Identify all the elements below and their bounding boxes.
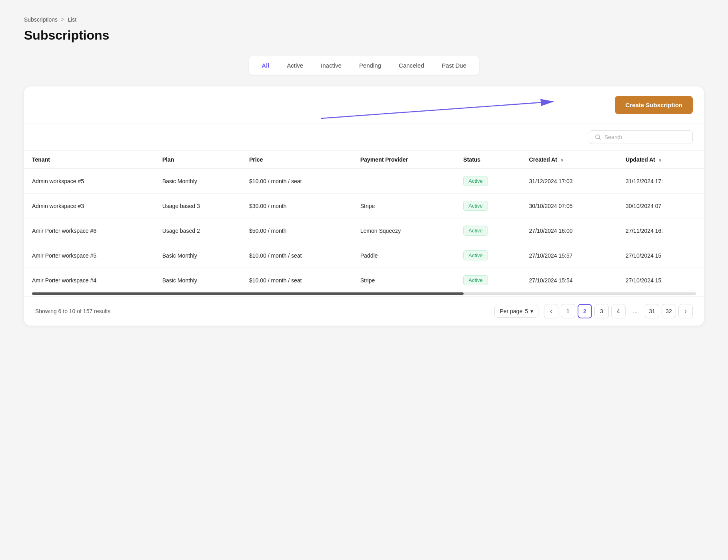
cell-payment-provider: Lemon Squeezy [352, 218, 456, 243]
cell-plan: Usage based 3 [154, 194, 241, 218]
status-badge: Active [463, 201, 488, 211]
cell-payment-provider [352, 169, 456, 194]
cell-plan: Basic Monthly [154, 169, 241, 194]
breadcrumb-separator: > [61, 16, 64, 23]
svg-line-1 [321, 102, 553, 118]
breadcrumb-current: List [68, 16, 76, 23]
cell-created-at: 27/10/2024 15:54 [521, 268, 618, 293]
cell-tenant: Amir Porter workspace #4 [24, 268, 154, 293]
pagination: Per page 5 ▾ ‹ 1 2 3 4 ... 31 32 › [494, 304, 693, 318]
cell-tenant: Amir Porter workspace #6 [24, 218, 154, 243]
arrow-annotation [24, 86, 704, 126]
search-row [24, 124, 704, 151]
table-row[interactable]: Amir Porter workspace #6 Usage based 2 $… [24, 218, 704, 243]
scrollbar-thumb [32, 292, 464, 295]
subscriptions-table: Tenant Plan Price Payment Provider Statu… [24, 151, 704, 292]
table-header-row: Tenant Plan Price Payment Provider Statu… [24, 151, 704, 169]
pagination-page-32[interactable]: 32 [662, 304, 676, 318]
col-header-created-at[interactable]: Created At ∨ [521, 151, 618, 169]
pagination-prev-button[interactable]: ‹ [544, 304, 558, 318]
pagination-page-3[interactable]: 3 [594, 304, 609, 318]
col-header-payment-provider: Payment Provider [352, 151, 456, 169]
per-page-label: Per page [500, 308, 522, 314]
breadcrumb-parent[interactable]: Subscriptions [24, 16, 58, 23]
cell-plan: Usage based 2 [154, 218, 241, 243]
per-page-chevron-icon: ▾ [530, 308, 533, 314]
col-header-tenant: Tenant [24, 151, 154, 169]
card-toolbar: Create Subscription [24, 86, 704, 124]
pagination-page-4[interactable]: 4 [611, 304, 626, 318]
tab-active[interactable]: Active [279, 59, 311, 72]
search-box [589, 130, 693, 144]
cell-tenant: Admin workspace #5 [24, 169, 154, 194]
create-subscription-button[interactable]: Create Subscription [615, 96, 693, 114]
table-row[interactable]: Admin workspace #3 Usage based 3 $30.00 … [24, 194, 704, 218]
per-page-select[interactable]: Per page 5 ▾ [494, 305, 538, 318]
tab-pending[interactable]: Pending [351, 59, 389, 72]
cell-status: Active [455, 218, 521, 243]
status-badge: Active [463, 176, 488, 186]
table-row[interactable]: Amir Porter workspace #5 Basic Monthly $… [24, 243, 704, 268]
breadcrumb: Subscriptions > List [24, 16, 704, 23]
pagination-ellipsis: ... [628, 304, 642, 318]
cell-plan: Basic Monthly [154, 268, 241, 293]
cell-updated-at: 27/11/2024 16: [618, 218, 704, 243]
pagination-next-button[interactable]: › [678, 304, 693, 318]
per-page-value: 5 [525, 308, 528, 314]
tab-past-due[interactable]: Past Due [434, 59, 474, 72]
cell-price: $10.00 / month / seat [241, 268, 352, 293]
table-row[interactable]: Admin workspace #5 Basic Monthly $10.00 … [24, 169, 704, 194]
cell-status: Active [455, 169, 521, 194]
main-card: Create Subscription Tenant Plan Price Pa… [24, 86, 704, 326]
col-header-price: Price [241, 151, 352, 169]
cell-status: Active [455, 194, 521, 218]
cell-price: $50.00 / month [241, 218, 352, 243]
updated-at-sort-icon: ∨ [658, 158, 662, 163]
scrollbar-row [24, 292, 704, 296]
pagination-page-2[interactable]: 2 [578, 304, 592, 318]
results-text: Showing 6 to 10 of 157 results [35, 308, 110, 314]
cell-price: $10.00 / month / seat [241, 243, 352, 268]
tab-all[interactable]: All [254, 59, 277, 72]
cell-price: $30.00 / month [241, 194, 352, 218]
svg-line-3 [599, 138, 601, 140]
cell-updated-at: 27/10/2024 15 [618, 268, 704, 293]
cell-created-at: 27/10/2024 16:00 [521, 218, 618, 243]
cell-updated-at: 27/10/2024 15 [618, 243, 704, 268]
status-badge: Active [463, 275, 488, 285]
cell-payment-provider: Stripe [352, 268, 456, 293]
cell-tenant: Amir Porter workspace #5 [24, 243, 154, 268]
cell-created-at: 30/10/2024 07:05 [521, 194, 618, 218]
cell-created-at: 27/10/2024 15:57 [521, 243, 618, 268]
cell-updated-at: 30/10/2024 07 [618, 194, 704, 218]
search-icon [595, 134, 601, 140]
created-at-sort-icon: ∨ [560, 158, 564, 163]
cell-price: $10.00 / month / seat [241, 169, 352, 194]
cell-payment-provider: Paddle [352, 243, 456, 268]
page-title: Subscriptions [24, 28, 704, 43]
scrollbar-track[interactable] [32, 292, 696, 295]
filter-tabs: All Active Inactive Pending Canceled Pas… [249, 56, 479, 75]
tab-inactive[interactable]: Inactive [313, 59, 350, 72]
pagination-page-1[interactable]: 1 [561, 304, 575, 318]
tab-canceled[interactable]: Canceled [391, 59, 432, 72]
table-row[interactable]: Amir Porter workspace #4 Basic Monthly $… [24, 268, 704, 293]
card-footer: Showing 6 to 10 of 157 results Per page … [24, 296, 704, 326]
col-header-plan: Plan [154, 151, 241, 169]
search-input[interactable] [604, 134, 687, 140]
cell-status: Active [455, 243, 521, 268]
status-badge: Active [463, 250, 488, 260]
cell-tenant: Admin workspace #3 [24, 194, 154, 218]
cell-status: Active [455, 268, 521, 293]
col-header-updated-at[interactable]: Updated At ∨ [618, 151, 704, 169]
status-badge: Active [463, 226, 488, 236]
col-header-status: Status [455, 151, 521, 169]
cell-payment-provider: Stripe [352, 194, 456, 218]
cell-plan: Basic Monthly [154, 243, 241, 268]
pagination-page-31[interactable]: 31 [645, 304, 659, 318]
cell-updated-at: 31/12/2024 17: [618, 169, 704, 194]
table-wrapper: Tenant Plan Price Payment Provider Statu… [24, 151, 704, 292]
cell-created-at: 31/12/2024 17:03 [521, 169, 618, 194]
